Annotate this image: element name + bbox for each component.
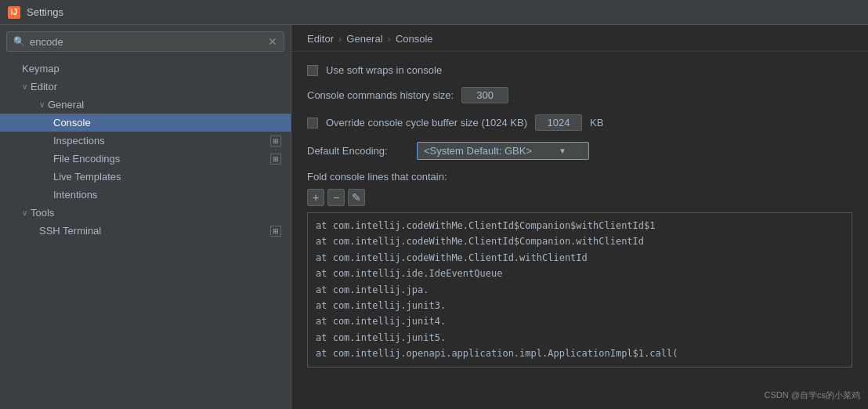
sidebar-item-label: Intentions — [53, 189, 281, 201]
soft-wraps-label: Use soft wraps in console — [326, 64, 442, 76]
titlebar: IJ Settings — [0, 0, 868, 25]
soft-wraps-checkbox[interactable] — [307, 65, 318, 76]
settings-content: Use soft wraps in console Console comman… — [291, 52, 868, 409]
fold-entry: at com.intellij.codeWithMe.ClientId.with… — [316, 250, 844, 266]
soft-wraps-row: Use soft wraps in console — [307, 64, 852, 76]
encoding-dropdown[interactable]: <System Default: GBK> ▼ — [417, 142, 589, 160]
breadcrumb: Editor › General › Console — [291, 25, 868, 52]
search-input[interactable]: encode — [30, 36, 263, 48]
search-bar[interactable]: 🔍 encode ✕ — [6, 31, 284, 52]
override-buffer-input[interactable] — [535, 114, 582, 131]
breadcrumb-general: General — [346, 33, 382, 45]
sidebar-item-general[interactable]: ∨ General — [0, 96, 291, 114]
history-size-label: Console commands history size: — [307, 89, 454, 101]
fold-entry: at com.intellij.openapi.application.impl… — [316, 346, 844, 361]
sidebar-item-console[interactable]: Console — [0, 114, 291, 132]
breadcrumb-editor: Editor — [307, 33, 334, 45]
sidebar-item-label: Keymap — [22, 63, 281, 74]
sidebar-item-file-encodings[interactable]: File Encodings ⊞ — [0, 150, 291, 168]
fold-entry: at com.intellij.codeWithMe.ClientId$Comp… — [316, 218, 844, 233]
sidebar-item-label: Inspections — [53, 135, 267, 147]
main-container: 🔍 encode ✕ Keymap ∨ Editor ∨ General Con… — [0, 25, 868, 409]
history-size-input[interactable] — [461, 87, 508, 103]
fold-entry: at com.intellij.jpa. — [316, 282, 844, 298]
fold-entries-list: at com.intellij.codeWithMe.ClientId$Comp… — [307, 212, 852, 367]
fold-toolbar: + − ✎ — [307, 189, 852, 206]
unit-label: KB — [590, 117, 603, 128]
search-clear-button[interactable]: ✕ — [268, 35, 277, 48]
sidebar-item-label: Tools — [31, 207, 281, 219]
window-title: Settings — [27, 6, 63, 18]
history-size-row: Console commands history size: — [307, 87, 852, 103]
dropdown-arrow-icon: ▼ — [559, 147, 566, 155]
sidebar-item-label: General — [48, 99, 281, 110]
sidebar-item-label: SSH Terminal — [39, 225, 267, 237]
expand-arrow-icon: ∨ — [22, 82, 27, 91]
fold-label: Fold console lines that contain: — [307, 171, 852, 183]
fold-entry: at com.intellij.ide.IdeEventQueue — [316, 266, 844, 281]
nav-tree: Keymap ∨ Editor ∨ General Console Inspec… — [0, 56, 291, 409]
encoding-label: Default Encoding: — [307, 145, 409, 157]
sidebar-item-label: File Encodings — [53, 153, 267, 165]
encoding-value: <System Default: GBK> — [424, 145, 532, 157]
breadcrumb-console: Console — [396, 33, 433, 45]
badge-icon: ⊞ — [270, 226, 281, 237]
override-buffer-checkbox[interactable] — [307, 118, 318, 128]
sidebar-item-live-templates[interactable]: Live Templates — [0, 168, 291, 186]
encoding-row: Default Encoding: <System Default: GBK> … — [307, 142, 852, 160]
app-icon: IJ — [8, 6, 20, 19]
content-panel: Editor › General › Console Use soft wrap… — [291, 25, 868, 409]
expand-arrow-icon: ∨ — [22, 208, 27, 217]
breadcrumb-sep-1: › — [338, 33, 342, 45]
fold-add-button[interactable]: + — [307, 189, 324, 206]
override-buffer-label: Override console cycle buffer size (1024… — [326, 117, 527, 128]
breadcrumb-sep-2: › — [388, 33, 391, 45]
fold-entry: at com.intellij.codeWithMe.ClientId$Comp… — [316, 233, 844, 249]
sidebar-item-label: Console — [53, 117, 281, 128]
sidebar-item-intentions[interactable]: Intentions — [0, 186, 291, 204]
fold-entry: at com.intellij.junit4. — [316, 313, 844, 329]
search-icon: 🔍 — [13, 36, 25, 47]
sidebar-item-ssh-terminal[interactable]: SSH Terminal ⊞ — [0, 222, 291, 240]
fold-remove-button[interactable]: − — [327, 189, 345, 206]
badge-icon: ⊞ — [270, 154, 281, 165]
fold-entry: at com.intellij.junit3. — [316, 298, 844, 313]
sidebar-item-editor[interactable]: ∨ Editor — [0, 78, 291, 96]
sidebar-item-label: Live Templates — [53, 171, 281, 183]
sidebar-item-tools[interactable]: ∨ Tools — [0, 204, 291, 222]
expand-arrow-icon: ∨ — [39, 100, 45, 109]
sidebar: 🔍 encode ✕ Keymap ∨ Editor ∨ General Con… — [0, 25, 291, 409]
fold-edit-button[interactable]: ✎ — [348, 189, 365, 206]
fold-entry: at com.intellij.junit5. — [316, 330, 844, 346]
sidebar-item-label: Editor — [31, 81, 281, 92]
sidebar-item-keymap[interactable]: Keymap — [0, 60, 291, 78]
badge-icon: ⊞ — [270, 136, 281, 147]
override-buffer-row: Override console cycle buffer size (1024… — [307, 114, 852, 131]
sidebar-item-inspections[interactable]: Inspections ⊞ — [0, 132, 291, 150]
watermark: CSDN @自学cs的小菜鸡 — [765, 389, 860, 401]
